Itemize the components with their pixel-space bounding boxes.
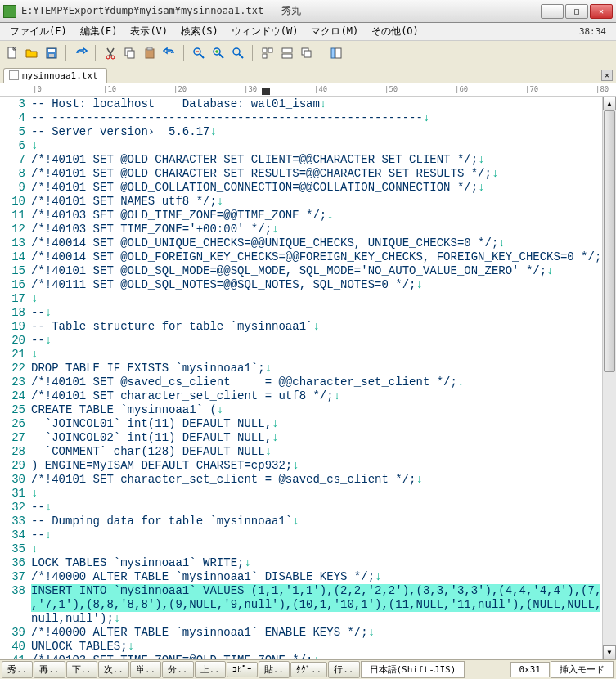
explorer-icon[interactable]	[327, 44, 345, 62]
tab-active[interactable]: mysinnoaa1.txt	[3, 68, 107, 83]
code-line[interactable]: -- Dumping data for table `mysinnoaa1`↓	[31, 515, 600, 528]
code-line[interactable]: /*!40101 SET @OLD_SQL_MODE=@@SQL_MODE, S…	[31, 264, 600, 278]
cut-icon[interactable]	[101, 44, 119, 62]
scroll-thumb[interactable]	[604, 110, 615, 372]
ruler-indent-marker[interactable]	[262, 88, 270, 95]
code-line[interactable]: ↓	[31, 292, 600, 306]
line-number-gutter: 3456789101112131415161718192021222324252…	[0, 97, 29, 659]
code-line[interactable]: /*!40101 SET @OLD_COLLATION_CONNECTION=@…	[31, 181, 600, 195]
code-line[interactable]: `JOINCOL01` int(11) DEFAULT NULL,↓	[31, 417, 600, 431]
line-number	[0, 612, 25, 626]
menu-macro[interactable]: マクロ(M)	[304, 23, 365, 40]
menu-view[interactable]: 表示(V)	[124, 23, 174, 40]
code-line[interactable]: /*!40103 SET TIME_ZONE=@OLD_TIME_ZONE */…	[31, 654, 600, 659]
code-line[interactable]: ,'7,1'),(8,8,'8,8'),(9,NULL,'9,null'),(1…	[31, 598, 600, 612]
menu-window[interactable]: ウィンドウ(W)	[225, 23, 305, 40]
status-btn-8[interactable]: 貼..	[259, 661, 290, 678]
code-line[interactable]: --↓	[31, 528, 600, 542]
status-btn-7[interactable]: ｺﾋﾟｰ	[227, 662, 258, 677]
code-line[interactable]: /*!40014 SET @OLD_FOREIGN_KEY_CHECKS=@@F…	[31, 250, 600, 264]
code-line[interactable]: --↓	[31, 334, 600, 348]
code-line[interactable]: /*!40101 SET character_set_client = utf8…	[31, 389, 600, 403]
code-line[interactable]: -- Server version› 5.6.17↓	[31, 125, 600, 139]
newline-icon: ↓	[217, 403, 223, 416]
line-number: 17	[0, 292, 25, 306]
cascade-icon[interactable]	[298, 44, 316, 62]
code-line[interactable]: ↓	[31, 348, 600, 362]
code-line[interactable]: null,null');↓	[31, 612, 600, 626]
paste-icon[interactable]	[141, 44, 159, 62]
scroll-down-icon[interactable]: ▼	[603, 645, 616, 659]
code-line[interactable]: -- Host: localhost Database: wat01_isam↓	[31, 97, 600, 111]
minimize-button[interactable]: ─	[541, 4, 564, 19]
tab-close-button[interactable]: ✕	[601, 70, 613, 81]
code-line[interactable]: CREATE TABLE `mysinnoaa1` (↓	[31, 403, 600, 417]
zoom-in-icon[interactable]	[209, 44, 227, 62]
close-button[interactable]: ✕	[590, 4, 613, 19]
menu-edit[interactable]: 編集(E)	[74, 23, 124, 40]
window-list-icon[interactable]	[259, 44, 277, 62]
code-line[interactable]: ↓	[31, 487, 600, 501]
status-btn-10[interactable]: 行..	[328, 661, 359, 678]
code-line[interactable]: ↓	[31, 542, 600, 556]
svg-rect-7	[128, 51, 134, 58]
code-line[interactable]: DROP TABLE IF EXISTS `mysinnoaa1`;↓	[31, 362, 600, 375]
menu-other[interactable]: その他(O)	[365, 23, 425, 40]
zoom-out-icon[interactable]	[190, 44, 208, 62]
new-file-icon[interactable]	[3, 44, 21, 62]
newline-icon: ↓	[31, 139, 38, 152]
status-encoding[interactable]: 日本語(Shift-JIS)	[361, 661, 465, 678]
menu-file[interactable]: ファイル(F)	[3, 23, 74, 40]
newline-icon: ↓	[498, 236, 505, 250]
line-number: 10	[0, 195, 25, 209]
code-line[interactable]: INSERT INTO `mysinnoaa1` VALUES (1,1,'1,…	[31, 584, 600, 598]
vertical-scrollbar[interactable]: ▲ ▼	[602, 97, 616, 659]
status-btn-1[interactable]: 再..	[34, 661, 65, 678]
scroll-up-icon[interactable]: ▲	[603, 97, 616, 110]
code-line[interactable]: --↓	[31, 501, 600, 515]
status-btn-6[interactable]: 上..	[195, 661, 226, 678]
code-line[interactable]: /*!40014 SET @OLD_UNIQUE_CHECKS=@@UNIQUE…	[31, 236, 600, 250]
open-file-icon[interactable]	[23, 44, 41, 62]
code-line[interactable]: /*!40101 SET @saved_cs_client = @@charac…	[31, 375, 600, 389]
code-line[interactable]: -- Table structure for table `mysinnoaa1…	[31, 320, 600, 334]
tab-label: mysinnoaa1.txt	[22, 70, 98, 81]
code-line[interactable]: /*!40101 SET @OLD_CHARACTER_SET_RESULTS=…	[31, 167, 600, 181]
code-line[interactable]: /*!40101 SET NAMES utf8 */;↓	[31, 195, 600, 209]
line-number: 35	[0, 542, 25, 556]
code-line[interactable]: /*!40000 ALTER TABLE `mysinnoaa1` DISABL…	[31, 570, 600, 584]
code-line[interactable]: /*!40103 SET @OLD_TIME_ZONE=@@TIME_ZONE …	[31, 209, 600, 223]
search-icon[interactable]	[229, 44, 247, 62]
undo-icon[interactable]	[160, 44, 178, 62]
status-btn-9[interactable]: ﾀｸﾞ..	[290, 662, 327, 677]
status-btn-5[interactable]: 分..	[162, 661, 193, 678]
code-line[interactable]: `JOINCOL02` int(11) DEFAULT NULL,↓	[31, 431, 600, 445]
svg-rect-3	[49, 54, 54, 57]
ruler-tick: |80	[596, 85, 609, 93]
code-line[interactable]: /*!40103 SET TIME_ZONE='+00:00' */;↓	[31, 223, 600, 236]
code-line[interactable]: UNLOCK TABLES;↓	[31, 640, 600, 654]
code-area[interactable]: -- Host: localhost Database: wat01_isam↓…	[29, 97, 602, 659]
redo-icon[interactable]	[72, 44, 90, 62]
code-line[interactable]: LOCK TABLES `mysinnoaa1` WRITE;↓	[31, 556, 600, 570]
status-btn-2[interactable]: 下..	[66, 661, 97, 678]
status-btn-4[interactable]: 単..	[130, 661, 161, 678]
menu-search[interactable]: 検索(S)	[174, 23, 225, 40]
code-line[interactable]: ) ENGINE=MyISAM DEFAULT CHARSET=cp932;↓	[31, 459, 600, 473]
save-icon[interactable]	[43, 44, 61, 62]
newline-icon: ↓	[217, 195, 223, 208]
code-line[interactable]: /*!40111 SET @OLD_SQL_NOTES=@@SQL_NOTES,…	[31, 278, 600, 292]
tile-icon[interactable]	[278, 44, 296, 62]
status-btn-3[interactable]: 次..	[98, 661, 129, 678]
status-btn-0[interactable]: 秀..	[2, 661, 33, 678]
copy-icon[interactable]	[121, 44, 139, 62]
code-line[interactable]: --↓	[31, 306, 600, 320]
maximize-button[interactable]: □	[565, 4, 588, 19]
newline-icon: ↓	[492, 167, 498, 180]
code-line[interactable]: ↓	[31, 139, 600, 153]
code-line[interactable]: /*!40101 SET character_set_client = @sav…	[31, 473, 600, 487]
code-line[interactable]: /*!40000 ALTER TABLE `mysinnoaa1` ENABLE…	[31, 626, 600, 640]
code-line[interactable]: /*!40101 SET @OLD_CHARACTER_SET_CLIENT=@…	[31, 153, 600, 167]
code-line[interactable]: -- -------------------------------------…	[31, 111, 600, 125]
code-line[interactable]: `COMMENT` char(128) DEFAULT NULL↓	[31, 445, 600, 459]
